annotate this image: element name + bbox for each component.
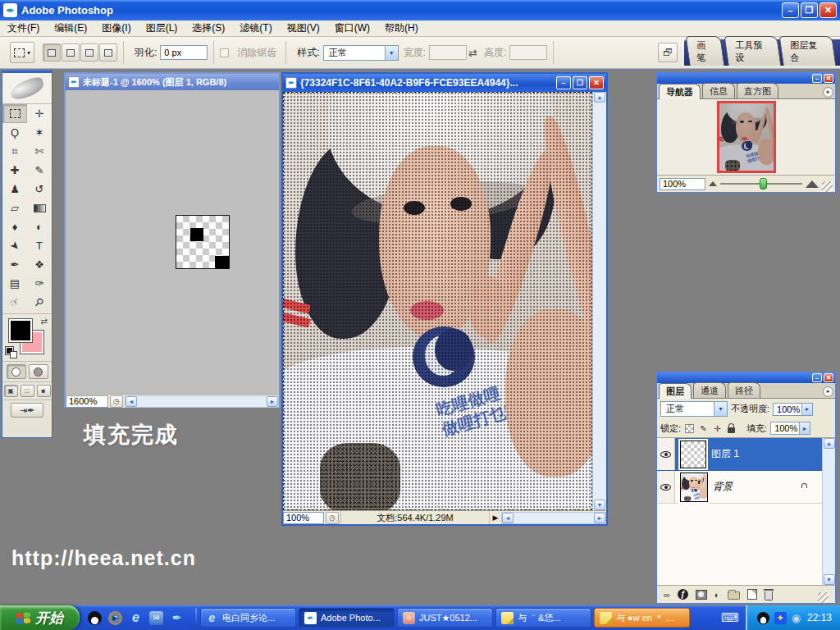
- delete-layer-icon[interactable]: [765, 589, 773, 600]
- doc1-horizontal-scrollbar[interactable]: ◄ ►: [125, 395, 279, 408]
- menu-select[interactable]: 选择(S): [185, 20, 232, 37]
- dodge-tool[interactable]: ◐: [27, 217, 52, 236]
- lock-all-icon[interactable]: [726, 423, 737, 434]
- zoom-tool[interactable]: ⚲: [27, 293, 52, 312]
- scroll-up-icon[interactable]: ▲: [594, 92, 605, 103]
- standard-screen-button[interactable]: ▣: [4, 385, 18, 397]
- fill-input[interactable]: 100%: [770, 422, 800, 435]
- lock-transparency-icon[interactable]: [684, 423, 695, 434]
- foreground-color-swatch[interactable]: [9, 319, 32, 342]
- menu-filter[interactable]: 滤镜(T): [232, 20, 279, 37]
- crop-tool[interactable]: ⌗: [2, 142, 27, 161]
- lock-pixels-icon[interactable]: ✎: [698, 423, 709, 434]
- custom-shape-tool[interactable]: ❖: [27, 255, 52, 274]
- volume-icon[interactable]: ◉: [792, 612, 801, 624]
- lock-position-icon[interactable]: ✛: [712, 423, 723, 434]
- tab-channels[interactable]: 通道: [693, 382, 726, 398]
- close-button[interactable]: ✕: [819, 2, 837, 18]
- current-tool-dropdown[interactable]: ▾: [10, 42, 34, 63]
- adjustment-layer-icon[interactable]: ◐: [714, 590, 720, 600]
- healing-brush-tool[interactable]: ✚: [2, 161, 27, 180]
- scroll-right-icon[interactable]: ►: [267, 396, 278, 407]
- slider-thumb[interactable]: [760, 178, 767, 189]
- layer-style-icon[interactable]: ƒ: [678, 589, 688, 600]
- palette-close-button[interactable]: ✕: [824, 74, 833, 83]
- navigator-zoom-slider[interactable]: [720, 178, 802, 189]
- menu-window[interactable]: 窗口(W): [327, 20, 377, 37]
- blue-tray-icon[interactable]: ✦: [774, 612, 787, 624]
- background-name[interactable]: 背景: [713, 480, 801, 494]
- scroll-down-icon[interactable]: ▼: [824, 574, 835, 585]
- doc1-zoom-input[interactable]: 1600%: [66, 395, 108, 408]
- doc1-transparent-canvas[interactable]: [176, 215, 230, 269]
- well-tab-brushes[interactable]: 画笔: [686, 36, 725, 66]
- scroll-left-icon[interactable]: ◄: [502, 513, 514, 523]
- internet-explorer-icon[interactable]: e: [129, 611, 143, 625]
- fullscreen-menubar-button[interactable]: □: [21, 385, 34, 397]
- type-tool[interactable]: T: [27, 236, 52, 255]
- feather-input[interactable]: 0 px: [160, 45, 208, 60]
- tab-navigator[interactable]: 导航器: [659, 84, 701, 99]
- media-player-icon[interactable]: ▶: [108, 611, 122, 625]
- magic-wand-tool[interactable]: ✶: [27, 123, 52, 142]
- outlook-express-icon[interactable]: ✉: [149, 611, 163, 625]
- menu-edit[interactable]: 编辑(E): [47, 20, 94, 37]
- doc2-zoom-input[interactable]: 100%: [283, 512, 324, 524]
- background-thumbnail[interactable]: 吃哩做哩 做哩打乜哩: [680, 472, 708, 502]
- qq-quicklaunch-icon[interactable]: [88, 611, 102, 625]
- fullscreen-button[interactable]: ■: [37, 385, 51, 397]
- menu-file[interactable]: 文件(F): [0, 20, 47, 37]
- layer1-thumbnail[interactable]: [680, 441, 706, 468]
- doc2-vertical-scrollbar[interactable]: ▲ ▼: [592, 92, 606, 510]
- task-qq-chat-2[interactable]: 与 ｀&恷...: [495, 608, 591, 628]
- visibility-toggle[interactable]: [657, 438, 675, 470]
- navigator-zoom-input[interactable]: 100%: [660, 178, 705, 190]
- task-qq-chat-flashing[interactable]: 与 ●w en ＊ ...: [594, 608, 690, 628]
- doc2-titlebar[interactable]: ✒ {73324F1C-8F61-40A2-B9F6-FCE93EEA4944}…: [283, 74, 606, 92]
- new-group-icon[interactable]: [728, 589, 740, 600]
- opacity-input[interactable]: 100%: [773, 403, 802, 416]
- tab-histogram[interactable]: 直方图: [737, 83, 778, 98]
- well-tab-tool-presets[interactable]: 工具预设: [724, 36, 781, 66]
- menu-view[interactable]: 视图(V): [280, 20, 327, 37]
- doc2-maximize-button[interactable]: ❐: [573, 76, 587, 89]
- tab-info[interactable]: 信息: [702, 83, 735, 98]
- blend-mode-select[interactable]: 正常 ▾: [660, 401, 728, 417]
- path-selection-tool[interactable]: ➤: [2, 236, 27, 255]
- layer1-name[interactable]: 图层 1: [711, 447, 822, 461]
- menu-layer[interactable]: 图层(L): [139, 20, 185, 37]
- scroll-right-icon[interactable]: ►: [594, 513, 605, 523]
- layer-mask-icon[interactable]: [696, 590, 707, 600]
- start-button[interactable]: 开始: [0, 605, 80, 630]
- hand-tool[interactable]: ☞: [2, 293, 27, 312]
- eyedropper-tool[interactable]: ✑: [27, 274, 52, 293]
- minimize-button[interactable]: –: [782, 2, 799, 18]
- menu-image[interactable]: 图像(I): [94, 20, 138, 37]
- doc2-horizontal-scrollbar[interactable]: ◄ ►: [501, 512, 606, 524]
- notes-tool[interactable]: ▤: [2, 274, 27, 293]
- tab-paths[interactable]: 路径: [728, 382, 760, 398]
- tab-layers[interactable]: 图层: [659, 383, 692, 399]
- palette-minimize-button[interactable]: –: [812, 74, 822, 83]
- palette-minimize-button[interactable]: –: [812, 373, 822, 382]
- doc2-status-clock-icon[interactable]: ◷: [326, 512, 339, 524]
- link-layers-icon[interactable]: ∞: [664, 590, 670, 600]
- doc2-minimize-button[interactable]: –: [556, 76, 571, 89]
- standard-mode-button[interactable]: [7, 364, 26, 379]
- pen-tool[interactable]: ✒: [2, 255, 27, 274]
- doc1-titlebar[interactable]: ✒ 未标题-1 @ 1600% (图层 1, RGB/8): [66, 74, 279, 90]
- scroll-left-icon[interactable]: ◄: [126, 396, 137, 407]
- palette-resize-grip[interactable]: [822, 181, 833, 192]
- visibility-toggle[interactable]: [657, 471, 675, 503]
- qq-tray-icon[interactable]: [757, 612, 769, 624]
- input-method-keyboard-icon[interactable]: ⌨: [721, 610, 739, 625]
- task-ie-forum[interactable]: e 电白同乡论...: [200, 608, 296, 628]
- new-layer-icon[interactable]: [747, 589, 757, 600]
- doc1-canvas-area[interactable]: [66, 90, 279, 394]
- swap-colors-icon[interactable]: ⇄: [41, 317, 48, 326]
- gradient-tool[interactable]: [27, 199, 52, 217]
- clone-stamp-tool[interactable]: ♟: [2, 180, 27, 199]
- status-menu-arrow-icon[interactable]: ▶: [490, 512, 501, 524]
- file-browser-button[interactable]: 🗗: [658, 43, 678, 62]
- jump-to-imageready-button[interactable]: ⇥✒: [11, 403, 43, 418]
